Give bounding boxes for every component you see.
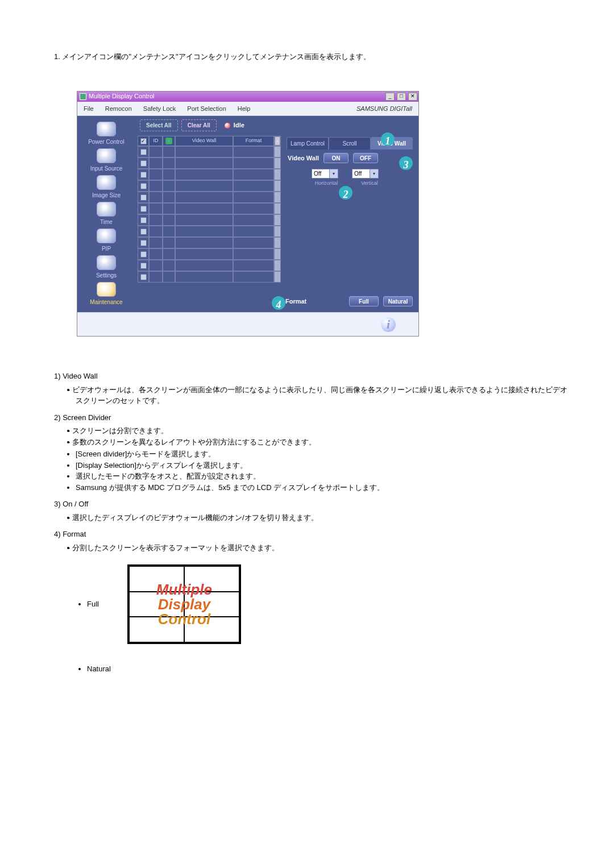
callout-badge-1: 1 [381, 132, 395, 146]
maximize-button[interactable]: □ [397, 93, 406, 101]
natural-label: Natural [87, 663, 569, 675]
table-row[interactable] [138, 169, 281, 180]
video-wall-label: Video Wall [288, 153, 319, 163]
section-heading: 4) Format [54, 529, 569, 540]
row-checkbox[interactable] [140, 251, 147, 258]
window-title: Multiple Display Control [89, 92, 155, 101]
horizontal-select[interactable]: Off ▾ [312, 169, 338, 178]
vertical-select[interactable]: Off ▾ [352, 169, 379, 178]
video-wall-off-button[interactable]: OFF [353, 153, 378, 163]
video-wall-on-button[interactable]: ON [323, 153, 349, 163]
section: 2) Screen Dividerスクリーンは分割できます。多数のスクリーンを異… [54, 412, 569, 493]
scroll-up-button[interactable]: ▴ [275, 136, 280, 146]
grid-col-id: ID [149, 136, 163, 146]
menu-file[interactable]: File [78, 103, 99, 115]
row-checkbox[interactable] [140, 263, 147, 269]
toolbar: Select All Clear All Idle [138, 119, 415, 131]
sidebar-item-input-source[interactable]: Input Source [81, 148, 132, 173]
format-natural-button[interactable]: Natural [383, 296, 413, 306]
row-checkbox[interactable] [140, 194, 147, 201]
grid-header: ID Video Wall Format ▴ [138, 136, 281, 146]
horizontal-label: Horizontal [313, 180, 340, 188]
sidebar-item-settings[interactable]: Settings [81, 255, 132, 280]
time-icon [97, 202, 116, 217]
table-row[interactable] [138, 192, 281, 203]
sidebar-item-maintenance[interactable]: Maintenance [81, 282, 132, 306]
sidebar-item-image-size[interactable]: Image Size [81, 175, 132, 200]
section-heading: 1) Video Wall [54, 371, 569, 382]
thumb-text: Multiple Display Control [129, 566, 239, 642]
power-icon [97, 122, 116, 136]
table-row[interactable] [138, 203, 281, 214]
callout-badge-3: 3 [399, 156, 413, 170]
table-row[interactable] [138, 146, 281, 157]
grid-col-fmt: Format [233, 136, 274, 146]
row-checkbox[interactable] [140, 274, 147, 280]
row-checkbox[interactable] [140, 172, 147, 178]
section: 3) On / Off選択したディスプレイのビデオウォール機能のオン/オフを切り… [54, 499, 569, 523]
statusbar: i [77, 312, 418, 336]
row-checkbox[interactable] [140, 229, 147, 235]
chevron-down-icon: ▾ [370, 169, 378, 178]
clear-all-button[interactable]: Clear All [181, 119, 217, 131]
status-label: Idle [234, 121, 244, 130]
row-checkbox[interactable] [140, 240, 147, 246]
sidebar-item-pip[interactable]: PIP [81, 229, 132, 253]
list-item: 選択したモードの数字をオスと、配置が設定されます。 [76, 471, 569, 482]
table-row[interactable] [138, 157, 281, 169]
table-row[interactable] [138, 226, 281, 237]
table-row[interactable] [138, 214, 281, 226]
section-heading: 2) Screen Divider [54, 412, 569, 423]
table-row[interactable] [138, 180, 281, 192]
format-label: Format [285, 297, 306, 306]
tab-lamp-control[interactable]: Lamp Control [287, 137, 329, 149]
row-checkbox[interactable] [140, 149, 147, 155]
row-checkbox[interactable] [140, 206, 147, 212]
close-button[interactable]: ✕ [408, 93, 417, 101]
row-checkbox[interactable] [140, 217, 147, 223]
image-size-icon [97, 175, 116, 190]
right-panel: Lamp Control Scroll Video Wall Video Wal… [284, 136, 415, 309]
info-icon[interactable]: i [381, 317, 396, 332]
tab-scroll[interactable]: Scroll [329, 137, 371, 149]
menu-port-selection[interactable]: Port Selection [181, 103, 231, 115]
section-heading: 3) On / Off [54, 499, 569, 510]
vertical-label: Vertical [356, 180, 383, 188]
menu-help[interactable]: Help [232, 103, 256, 115]
sidebar-item-time[interactable]: Time [81, 202, 132, 226]
row-checkbox[interactable] [140, 160, 147, 167]
table-row[interactable] [138, 248, 281, 260]
titlebar: Multiple Display Control _ □ ✕ [77, 92, 418, 102]
menu-safety-lock[interactable]: Safety Lock [138, 103, 181, 115]
table-row[interactable] [138, 237, 281, 248]
full-label: Full [87, 599, 99, 610]
callout-badge-2: 2 [339, 186, 352, 200]
display-grid: ID Video Wall Format ▴ [138, 136, 281, 309]
list-item: 分割したスクリーンを表示するフォーマットを選択できます。 [76, 542, 569, 554]
list-item: ビデオウォールは、各スクリーンが画面全体の一部になるように表示したり、同じ画像を… [76, 384, 569, 406]
select-all-button[interactable]: Select All [140, 119, 178, 131]
row-checkbox[interactable] [140, 183, 147, 189]
list-item: [Display Selection]からディスプレイを選択します。 [76, 460, 569, 471]
grid-select-all-checkbox[interactable] [140, 138, 147, 144]
section: 1) Video Wallビデオウォールは、各スクリーンが画面全体の一部になるよ… [54, 371, 569, 406]
main-area: Select All Clear All Idle ID Video Wall … [135, 116, 418, 312]
maintenance-icon [97, 282, 116, 297]
app-window: Multiple Display Control _ □ ✕ File Remo… [77, 91, 419, 337]
list-item: Samsung が提供する MDC プログラムは、5x5 までの LCD ディス… [76, 482, 569, 493]
menubar: File Remocon Safety Lock Port Selection … [77, 102, 418, 117]
power-col-icon [165, 138, 172, 144]
sidebar-item-power-control[interactable]: Power Control [81, 122, 132, 146]
table-row[interactable] [138, 271, 281, 283]
minimize-button[interactable]: _ [385, 93, 395, 101]
grid-col-vw: Video Wall [175, 136, 233, 146]
input-icon [97, 148, 116, 163]
callout-badge-4: 4 [272, 296, 285, 310]
brand-label: SAMSUNG DIGITall [351, 103, 418, 115]
menu-remocon[interactable]: Remocon [99, 103, 138, 115]
sidebar: Power Control Input Source Image Size Ti… [77, 116, 135, 312]
table-row[interactable] [138, 260, 281, 271]
format-full-button[interactable]: Full [349, 296, 379, 306]
chevron-down-icon: ▾ [329, 169, 338, 178]
intro-text: 1. メインアイコン欄の"メンテナンス"アイコンをクリックしてメンテナンス画面を… [54, 51, 569, 63]
